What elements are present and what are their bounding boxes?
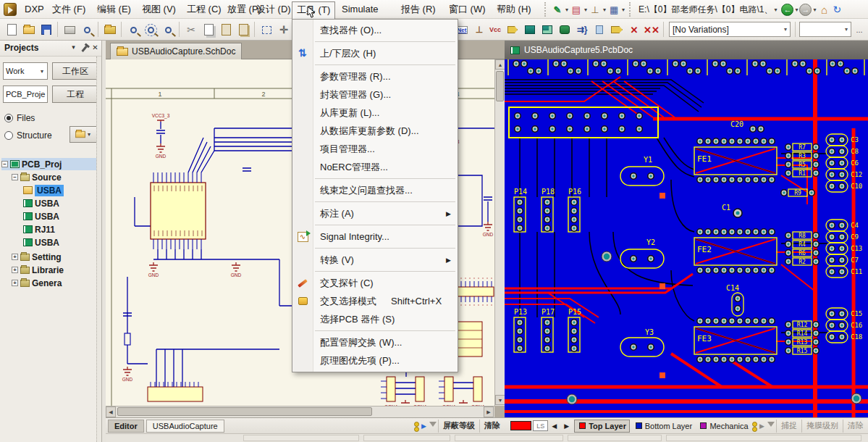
menu-item-select-pcb-components[interactable]: 选择PCB 器件 (S) bbox=[292, 310, 458, 328]
back-caret[interactable]: ▾ bbox=[795, 7, 798, 13]
harness-button[interactable]: ⇉} bbox=[573, 21, 591, 38]
power-port-tools-icon[interactable]: ⊥ bbox=[589, 3, 602, 16]
project-button[interactable]: 工程 bbox=[52, 86, 98, 103]
layer-prev-button[interactable]: ◀ bbox=[548, 422, 560, 430]
expand-icon[interactable]: + bbox=[12, 280, 18, 286]
power-port-tools-caret[interactable]: ▾ bbox=[603, 7, 606, 13]
zoom-fit-button[interactable] bbox=[125, 21, 142, 38]
menu-item-harness-definition-finder[interactable]: 线束定义问题查找器... bbox=[292, 181, 458, 199]
menu-item-noerc-manager[interactable]: NoERC管理器... bbox=[292, 158, 458, 176]
clear-button[interactable]: 清除 bbox=[479, 420, 505, 433]
panel-menu-caret-icon[interactable]: ▾ bbox=[69, 43, 78, 54]
document-path-combo[interactable]: E:\【0】邵老师任务\【0】电路\1、▾ bbox=[636, 2, 781, 17]
layer-tab-mechanical[interactable]: Mechanica bbox=[696, 420, 751, 433]
menu-view[interactable]: 视图 (V) bbox=[138, 1, 180, 17]
print-button[interactable] bbox=[61, 21, 78, 38]
grid-tools-caret[interactable]: ▾ bbox=[622, 7, 625, 13]
panel-close-icon[interactable]: ✕ bbox=[90, 43, 100, 54]
mask-play-icon[interactable]: ▶ bbox=[421, 422, 426, 430]
refresh-button[interactable]: ↻ bbox=[830, 3, 843, 16]
radio-structure[interactable]: Structure bbox=[4, 130, 52, 141]
smart-paste-button[interactable] bbox=[235, 21, 252, 38]
annotation-select[interactable]: ▾ bbox=[799, 22, 851, 37]
menu-item-annotate[interactable]: 标注 (A)▶ bbox=[292, 204, 458, 222]
menu-dxp[interactable]: DXP bbox=[20, 1, 49, 17]
back-button[interactable]: ← bbox=[781, 4, 793, 16]
menu-reports[interactable]: 报告 (R) bbox=[397, 1, 440, 17]
forward-caret[interactable]: ▾ bbox=[813, 7, 816, 13]
scroll-right-button[interactable]: ▶ bbox=[484, 406, 494, 417]
wiring-tools-icon[interactable]: ✎ bbox=[551, 3, 564, 16]
snap-button[interactable]: 捕捉 bbox=[776, 420, 801, 433]
schematic-vertical-scrollbar[interactable]: ▲ ▼ bbox=[494, 59, 505, 406]
workspace-combo[interactable]: Work▾ bbox=[3, 62, 48, 80]
collapse-icon[interactable]: − bbox=[12, 174, 18, 180]
place-part-button[interactable] bbox=[504, 21, 521, 38]
wiring-tools-caret[interactable]: ▾ bbox=[565, 7, 568, 13]
menu-item-cross-select-mode[interactable]: 交叉选择模式Shift+Ctrl+X bbox=[292, 292, 458, 310]
panel-scrollbar[interactable] bbox=[96, 57, 101, 442]
layer-tab-bottom[interactable]: Bottom Layer bbox=[631, 420, 695, 433]
menu-item-update-from-library[interactable]: 从库更新 (L)... bbox=[292, 104, 458, 122]
bus-tools-icon[interactable]: ▤ bbox=[570, 3, 583, 16]
tree-item-settings-folder[interactable]: + Setting bbox=[12, 251, 109, 263]
home-button[interactable]: ⌂ bbox=[817, 3, 830, 16]
tree-item-generated-folder[interactable]: + Genera bbox=[12, 277, 109, 289]
new-document-button[interactable] bbox=[3, 21, 20, 38]
scroll-left-button[interactable]: ◀ bbox=[106, 406, 116, 417]
scroll-down-button[interactable]: ▼ bbox=[495, 395, 505, 405]
open-document-button[interactable] bbox=[20, 21, 38, 38]
menu-item-configure-pin-swapping[interactable]: 配置管脚交换 (W)... bbox=[292, 333, 458, 351]
editor-tab[interactable]: Editor bbox=[108, 420, 144, 433]
compile-mask-button[interactable]: ✕✕ bbox=[643, 21, 660, 38]
print-preview-button[interactable] bbox=[78, 21, 96, 38]
cut-button[interactable]: ✂ bbox=[182, 21, 200, 38]
tree-item-source-folder[interactable]: − Source bbox=[12, 171, 109, 183]
scroll-thumb[interactable] bbox=[496, 71, 504, 101]
select-area-button[interactable] bbox=[258, 21, 275, 38]
menu-item-find-component[interactable]: 查找器件 (O)... bbox=[292, 21, 458, 39]
expand-icon[interactable]: + bbox=[12, 267, 18, 273]
menu-item-update-params-from-database[interactable]: 从数据库更新参数 (D)... bbox=[292, 122, 458, 140]
more-options-button[interactable]: ... bbox=[853, 21, 866, 38]
pcb-title-bar[interactable]: USBAudioCapture5.PcbDoc bbox=[505, 41, 868, 59]
project-combo[interactable]: PCB_Proje bbox=[3, 86, 48, 103]
layer-set-box[interactable]: LS bbox=[533, 420, 548, 431]
tree-item-pcb-project[interactable]: − PCB_Proj bbox=[1, 158, 98, 170]
menu-simulate[interactable]: Simulate bbox=[337, 1, 383, 17]
forward-button[interactable]: → bbox=[799, 4, 812, 16]
paste-button[interactable] bbox=[217, 21, 235, 38]
menu-item-footprint-manager[interactable]: 封装管理器 (G)... bbox=[292, 86, 458, 104]
expand-icon[interactable]: + bbox=[12, 254, 18, 260]
mask-dots-icon[interactable] bbox=[414, 422, 418, 430]
clear-button[interactable]: 清除 bbox=[843, 420, 868, 433]
gnd-port-button[interactable]: ⊥ bbox=[471, 21, 488, 38]
save-button[interactable] bbox=[38, 21, 55, 38]
menu-item-convert[interactable]: 转换 (V)▶ bbox=[292, 251, 458, 269]
open-project-button[interactable]: ▾ bbox=[69, 126, 97, 143]
menu-help[interactable]: 帮助 (H) bbox=[492, 1, 536, 17]
vcc-port-button[interactable]: Vcc bbox=[486, 21, 504, 38]
menu-item-signal-integrity[interactable]: ∿Signal Integrity... bbox=[292, 228, 458, 246]
tab-schdoc[interactable]: USBAudioCapture.SchDoc bbox=[110, 43, 242, 59]
document-tab[interactable]: USBAudioCapture bbox=[146, 420, 224, 433]
variations-select[interactable]: [No Variations]▾ bbox=[669, 22, 791, 37]
menu-design[interactable]: 设计 (D) bbox=[252, 1, 295, 17]
layer-tab-top[interactable]: Top Layer bbox=[574, 420, 630, 433]
update-pcb-button[interactable] bbox=[556, 21, 573, 38]
zoom-area-button[interactable] bbox=[142, 21, 159, 38]
sheet-entry-button[interactable] bbox=[539, 21, 556, 38]
zoom-selected-button[interactable] bbox=[159, 21, 177, 38]
layer-next-button[interactable]: ▶ bbox=[560, 422, 573, 430]
menu-file[interactable]: 文件 (F) bbox=[48, 1, 90, 17]
mask-play-icon[interactable]: ▶ bbox=[759, 422, 764, 430]
workspace-button[interactable]: 工作区 bbox=[52, 62, 98, 80]
radio-files[interactable]: Files bbox=[4, 113, 35, 123]
sheet-symbol-button[interactable] bbox=[521, 21, 539, 38]
mask-dots-icon[interactable] bbox=[752, 422, 757, 430]
grid-tools-icon[interactable]: ▦ bbox=[607, 3, 620, 16]
menu-item-item-manager[interactable]: 项目管理器... bbox=[292, 140, 458, 158]
move-selection-button[interactable]: ✛ bbox=[275, 21, 292, 38]
copy-button[interactable] bbox=[200, 21, 217, 38]
no-erc-button[interactable]: ✕ bbox=[625, 21, 643, 38]
